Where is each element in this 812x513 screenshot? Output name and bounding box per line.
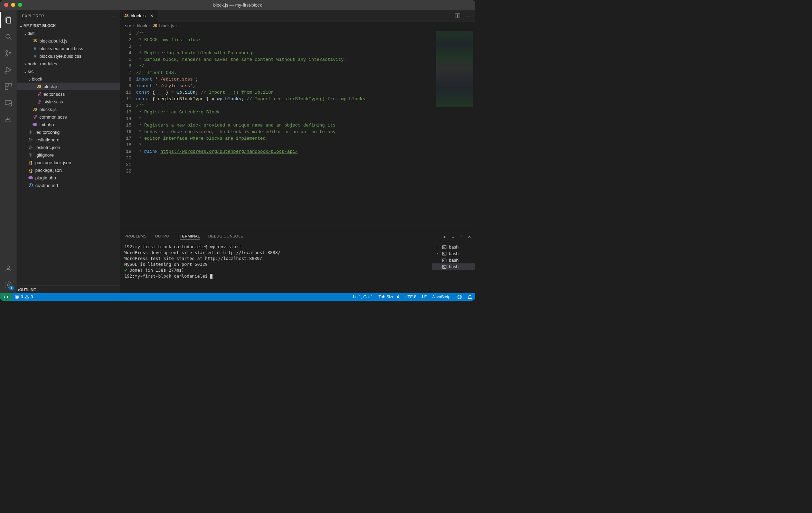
- file-row[interactable]: JSblocks.build.js: [17, 37, 120, 45]
- tree-item-label: plugin.php: [35, 175, 56, 180]
- file-row[interactable]: plugin.php: [17, 174, 120, 181]
- file-row[interactable]: readme.md: [17, 181, 120, 189]
- file-row[interactable]: .eslintrc.json: [17, 143, 120, 151]
- terminal-output[interactable]: 192:my-first-block carlodaniele$ wp-env …: [120, 242, 432, 293]
- remote-indicator[interactable]: [0, 293, 12, 301]
- outline-section-header[interactable]: › OUTLINE: [17, 286, 120, 293]
- tree-item-label: .eslintignore: [35, 137, 59, 142]
- window-maximize-button[interactable]: [18, 3, 22, 7]
- breadcrumbs[interactable]: src › block › JS block.js › …: [120, 22, 475, 29]
- file-row[interactable]: .eslintignore: [17, 136, 120, 143]
- terminal-session[interactable]: bash: [432, 263, 475, 270]
- activity-docker-icon[interactable]: [0, 111, 17, 128]
- tree-item-label: style.scss: [44, 99, 63, 104]
- window-minimize-button[interactable]: [11, 3, 15, 7]
- config-icon: [28, 130, 34, 134]
- activity-account-icon[interactable]: [0, 260, 17, 277]
- json-icon: {}: [28, 160, 34, 165]
- file-row[interactable]: {}package.json: [17, 166, 120, 174]
- terminal-session[interactable]: ┌bash: [432, 244, 475, 250]
- code-content[interactable]: /** * BLOCK: my-first-block * * Register…: [136, 29, 434, 231]
- terminal-session[interactable]: └bash: [432, 250, 475, 257]
- css-icon: #: [32, 46, 38, 51]
- panel-tab-debug[interactable]: DEBUG CONSOLE: [208, 234, 243, 240]
- file-row[interactable]: JSblocks.js: [17, 105, 120, 113]
- explorer-more-icon[interactable]: ···: [110, 14, 115, 18]
- folder-row[interactable]: ⌄dist: [17, 29, 120, 37]
- tree-item-label: block: [32, 76, 42, 82]
- activity-scm-icon[interactable]: [0, 45, 17, 62]
- project-folder-header[interactable]: ⌄ MY-FIRST-BLOCK: [17, 22, 120, 29]
- panel-close-icon[interactable]: ✕: [468, 235, 471, 239]
- file-row[interactable]: editor.scss: [17, 90, 120, 98]
- file-row[interactable]: JSblock.js: [17, 83, 120, 90]
- activity-remote-icon[interactable]: [0, 95, 17, 111]
- status-tab-size[interactable]: Tab Size: 4: [376, 295, 402, 299]
- warning-count: 0: [31, 295, 33, 299]
- tab-block-js[interactable]: JS block.js ✕: [120, 10, 158, 22]
- status-feedback-icon[interactable]: [454, 295, 465, 299]
- split-editor-icon[interactable]: [455, 13, 460, 19]
- activity-explorer-icon[interactable]: [0, 12, 17, 28]
- activity-search-icon[interactable]: [0, 28, 17, 45]
- terminal-dropdown-icon[interactable]: ⌄: [452, 235, 455, 239]
- breadcrumb-src[interactable]: src: [125, 23, 131, 28]
- breadcrumb-file[interactable]: block.js: [159, 23, 174, 28]
- file-row[interactable]: {}package-lock.json: [17, 159, 120, 166]
- editor-tabs: JS block.js ✕ ···: [120, 10, 475, 22]
- panel-tab-problems[interactable]: PROBLEMS: [124, 234, 147, 240]
- file-row[interactable]: #blocks.style.build.css: [17, 52, 120, 60]
- file-row[interactable]: #blocks.editor.build.css: [17, 45, 120, 52]
- panel-tab-terminal[interactable]: TERMINAL: [180, 234, 200, 240]
- chevron-down-icon: ⌄: [23, 31, 28, 36]
- svg-rect-33: [443, 259, 446, 262]
- status-language[interactable]: JavaScript: [429, 295, 454, 299]
- terminal-session[interactable]: bash: [432, 257, 475, 263]
- activity-bar: 1: [0, 10, 17, 293]
- code-editor[interactable]: 12345678910111213141516171819202122 /** …: [120, 29, 475, 231]
- new-terminal-icon[interactable]: ＋: [443, 234, 446, 240]
- config-icon: [28, 145, 34, 150]
- folder-row[interactable]: ⌄block: [17, 75, 120, 83]
- activity-extensions-icon[interactable]: [0, 78, 17, 95]
- status-ln-col[interactable]: Ln 1, Col 1: [350, 295, 376, 299]
- breadcrumb-block[interactable]: block: [137, 23, 147, 28]
- scss-icon: [36, 99, 42, 104]
- status-bell-icon[interactable]: [465, 295, 475, 299]
- status-encoding[interactable]: UTF-8: [402, 295, 419, 299]
- window-close-button[interactable]: [4, 3, 8, 7]
- activity-settings-icon[interactable]: 1: [0, 277, 17, 293]
- settings-badge: 1: [9, 286, 14, 290]
- tree-item-label: .gitignore: [35, 152, 54, 158]
- error-count: 0: [21, 295, 23, 299]
- breadcrumb-symbol[interactable]: …: [180, 23, 184, 28]
- chevron-down-icon: ⌄: [18, 24, 23, 28]
- svg-point-4: [6, 50, 8, 52]
- file-row[interactable]: init.php: [17, 121, 120, 128]
- folder-row[interactable]: ›node_modules: [17, 60, 120, 67]
- status-errors[interactable]: 0 0: [12, 293, 36, 301]
- activity-debug-icon[interactable]: [0, 62, 17, 78]
- js-icon: JS: [36, 85, 42, 88]
- file-row[interactable]: common.scss: [17, 113, 120, 121]
- file-row[interactable]: style.scss: [17, 98, 120, 105]
- chevron-right-icon: ›: [149, 23, 151, 28]
- file-row[interactable]: .gitignore: [17, 151, 120, 159]
- svg-point-13: [9, 103, 12, 106]
- tree-item-label: blocks.style.build.css: [39, 54, 81, 59]
- js-icon: JS: [32, 108, 38, 111]
- terminal-icon: [442, 245, 447, 250]
- panel-maximize-icon[interactable]: ⌃: [460, 235, 463, 239]
- svg-rect-11: [5, 87, 8, 90]
- folder-row[interactable]: ⌄src: [17, 67, 120, 75]
- svg-rect-32: [443, 252, 446, 255]
- minimap[interactable]: [434, 29, 475, 231]
- editor-more-icon[interactable]: ···: [465, 13, 471, 18]
- panel-tab-output[interactable]: OUTPUT: [155, 234, 171, 240]
- tree-item-label: src: [28, 69, 34, 74]
- status-eol[interactable]: LF: [419, 295, 429, 299]
- tab-close-icon[interactable]: ✕: [150, 13, 154, 18]
- tree-item-label: blocks.js: [39, 107, 57, 112]
- file-tree: ⌄distJSblocks.build.js#blocks.editor.bui…: [17, 29, 120, 189]
- file-row[interactable]: .editorconfig: [17, 128, 120, 136]
